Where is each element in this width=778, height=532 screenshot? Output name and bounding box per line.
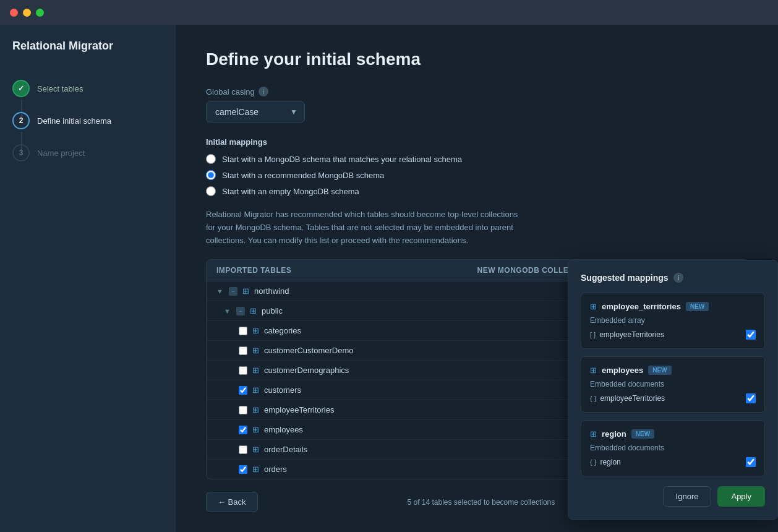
checkbox-customerDemographics[interactable] [239, 366, 247, 375]
radio-empty-label: Start with an empty MongoDB schema [222, 187, 359, 196]
close-dot[interactable] [10, 9, 18, 17]
mapping-item-name-1: [ ] employeeTerritories [590, 330, 664, 339]
mapping-item-name-2: { } employeeTerritories [590, 394, 665, 403]
titlebar [0, 0, 778, 25]
table-name-employees: employees [264, 425, 620, 434]
radio-match-relational-label: Start with a MongoDB schema that matches… [222, 155, 462, 164]
step-select-tables[interactable]: ✓ Select tables [0, 72, 176, 105]
mapping-checkbox-3[interactable] [746, 457, 756, 467]
checkbox-employees[interactable] [239, 426, 247, 434]
page-title: Define your initial schema [206, 49, 748, 69]
mapping-type-3: Embedded documents [590, 444, 756, 452]
new-badge-2: NEW [648, 366, 671, 375]
radio-match-relational-input[interactable] [206, 154, 216, 164]
step-define-schema[interactable]: 2 Define initial schema [0, 105, 176, 137]
casing-select-wrapper[interactable]: camelCase PascalCase snake_case UPPER_CA… [206, 101, 305, 122]
minus-icon: − [229, 287, 237, 296]
mapping-item-label-3: region [600, 458, 620, 466]
checkbox-employeeTerritories[interactable] [239, 406, 247, 414]
mapping-item-row-3: { } region [590, 457, 756, 467]
global-casing-label: Global casing i [206, 87, 748, 97]
suggested-mappings-info-icon[interactable]: i [673, 273, 683, 283]
mapping-radio-group: Start with a MongoDB schema that matches… [206, 154, 748, 196]
brace-icon-2: { } [590, 395, 596, 402]
table-icon-employee-territories: ⊞ [590, 302, 597, 311]
casing-select[interactable]: camelCase PascalCase snake_case UPPER_CA… [206, 101, 305, 122]
table-icon-customerDemographics: ⊞ [252, 366, 259, 375]
mapping-card-employees: ⊞ employees NEW Embedded documents { } e… [581, 356, 765, 413]
radio-match-relational[interactable]: Start with a MongoDB schema that matches… [206, 154, 748, 164]
checkbox-categories[interactable] [239, 327, 247, 335]
checkbox-customerCustomerDemo[interactable] [239, 346, 247, 355]
initial-mappings-title: Initial mappings [206, 137, 748, 147]
mapping-checkbox-2[interactable] [746, 393, 756, 403]
checkbox-customers[interactable] [239, 386, 247, 395]
chevron-down-icon-schema[interactable]: ▼ [224, 307, 231, 315]
app-logo: Relational Migrator [0, 40, 176, 72]
brace-icon-3: { } [590, 458, 596, 466]
step-label-3: Name project [37, 148, 85, 158]
step-name-project[interactable]: 3 Name project [0, 137, 176, 169]
suggested-mappings-panel: Suggested mappings i ⊞ employee_territor… [568, 260, 778, 520]
radio-empty-input[interactable] [206, 186, 216, 196]
database-icon: ⊞ [242, 286, 249, 296]
radio-recommended[interactable]: Start with a recommended MongoDB schema [206, 170, 748, 180]
mapping-card-header-3: ⊞ region NEW [590, 429, 756, 439]
ignore-button[interactable]: Ignore [663, 486, 712, 507]
mapping-card-header-1: ⊞ employee_territories NEW [590, 302, 756, 311]
app-body: Relational Migrator ✓ Select tables 2 De… [0, 25, 778, 532]
step-label-2: Define initial schema [37, 116, 111, 126]
radio-recommended-label: Start with a recommended MongoDB schema [222, 171, 384, 180]
step-label-1: Select tables [37, 84, 83, 93]
status-text: 5 of 14 tables selected to become collec… [407, 498, 555, 507]
mapping-card-employee-territories: ⊞ employee_territories NEW Embedded arra… [581, 293, 765, 349]
checkbox-orders[interactable] [239, 465, 247, 474]
new-badge-3: NEW [631, 429, 654, 439]
header-imported-tables: Imported Tables [216, 266, 477, 275]
table-icon-orders: ⊞ [252, 465, 259, 474]
apply-button[interactable]: Apply [717, 486, 765, 507]
mapping-checkbox-1[interactable] [746, 330, 756, 340]
step-circle-1: ✓ [12, 80, 30, 97]
minus-icon-schema: − [236, 307, 245, 315]
table-icon-employeeTerritories: ⊞ [252, 405, 259, 414]
minimize-dot[interactable] [23, 9, 31, 17]
table-icon-employees: ⊞ [252, 425, 259, 434]
panel-title: Suggested mappings i [581, 273, 765, 283]
schema-icon: ⊞ [250, 306, 257, 315]
back-button[interactable]: ← Back [206, 492, 258, 512]
mapping-table-name-1: employee_territories [602, 302, 681, 311]
radio-empty[interactable]: Start with an empty MongoDB schema [206, 186, 748, 196]
table-icon-region: ⊞ [590, 429, 597, 439]
table-icon-employees-suggested: ⊞ [590, 366, 597, 375]
mapping-table-name-2: employees [602, 366, 643, 375]
table-icon-customers: ⊞ [252, 385, 259, 395]
main-content: Define your initial schema Global casing… [176, 25, 778, 532]
steps-list: ✓ Select tables 2 Define initial schema … [0, 72, 176, 169]
bracket-icon-1: [ ] [590, 331, 596, 338]
table-icon-categories: ⊞ [252, 326, 259, 335]
step-circle-3: 3 [12, 144, 30, 161]
step-circle-2: 2 [12, 112, 30, 129]
mapping-type-1: Embedded array [590, 316, 756, 325]
checkbox-orderDetails[interactable] [239, 445, 247, 454]
global-casing-info-icon[interactable]: i [259, 87, 268, 97]
mapping-item-name-3: { } region [590, 458, 621, 466]
mapping-item-label-2: employeeTerritories [600, 394, 665, 403]
maximize-dot[interactable] [36, 9, 44, 17]
sidebar: Relational Migrator ✓ Select tables 2 De… [0, 25, 176, 532]
mapping-table-name-3: region [602, 429, 626, 439]
mapping-type-2: Embedded documents [590, 380, 756, 388]
panel-footer: Ignore Apply [581, 486, 765, 507]
mapping-card-region: ⊞ region NEW Embedded documents { } regi… [581, 420, 765, 476]
radio-recommended-input[interactable] [206, 170, 216, 180]
description-text: Relational Migrator has recommended whic… [206, 208, 528, 247]
mapping-card-header-2: ⊞ employees NEW [590, 366, 756, 375]
table-icon-orderDetails: ⊞ [252, 445, 259, 454]
mapping-item-row-2: { } employeeTerritories [590, 393, 756, 403]
chevron-down-icon[interactable]: ▼ [216, 288, 224, 295]
mapping-item-label-1: employeeTerritories [599, 330, 664, 339]
table-icon-customerCustomerDemo: ⊞ [252, 346, 259, 355]
new-badge-1: NEW [686, 302, 709, 311]
mapping-item-row-1: [ ] employeeTerritories [590, 330, 756, 340]
